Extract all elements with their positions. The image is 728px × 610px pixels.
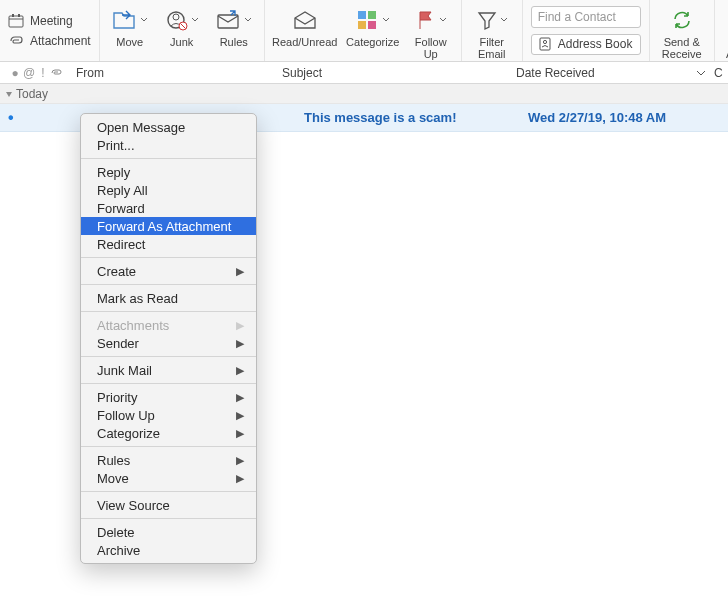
chevron-down-icon <box>140 16 148 24</box>
send-receive-button[interactable]: Send & Receive <box>654 4 710 62</box>
attachment-button[interactable]: Attachment <box>8 34 91 48</box>
group-label: Today <box>16 87 48 101</box>
meeting-button[interactable]: Meeting <box>8 14 91 28</box>
rules-label: Rules <box>220 36 248 48</box>
ctx-delete[interactable]: Delete <box>81 523 256 541</box>
toolbar-group-move: Move Junk Rules <box>100 0 265 61</box>
categorize-icon <box>356 9 380 31</box>
ctx-redirect[interactable]: Redirect <box>81 235 256 253</box>
ctx-print[interactable]: Print... <box>81 136 256 154</box>
rules-icon <box>216 9 242 31</box>
toolbar-group-filter: Filter Email <box>462 0 523 61</box>
col-attachment-icon[interactable] <box>50 67 72 79</box>
col-unread-icon[interactable]: ● <box>8 66 22 80</box>
ctx-separator <box>81 446 256 447</box>
submenu-arrow-icon: ▶ <box>236 454 244 467</box>
ctx-follow-up[interactable]: Follow Up▶ <box>81 406 256 424</box>
sync-icon <box>669 9 695 31</box>
submenu-arrow-icon: ▶ <box>236 319 244 332</box>
read-unread-label: Read/Unread <box>272 36 337 48</box>
col-importance-icon[interactable]: ! <box>36 66 50 80</box>
ctx-separator <box>81 257 256 258</box>
submenu-arrow-icon: ▶ <box>236 427 244 440</box>
ctx-sender[interactable]: Sender▶ <box>81 334 256 352</box>
ctx-view-source[interactable]: View Source <box>81 496 256 514</box>
svg-point-14 <box>543 41 546 44</box>
find-contact-placeholder: Find a Contact <box>538 10 616 24</box>
send-receive-label: Send & Receive <box>662 36 702 60</box>
junk-button[interactable]: Junk <box>156 4 208 50</box>
disclosure-triangle-icon <box>4 89 16 99</box>
unread-dot-icon: • <box>8 110 22 126</box>
address-book-label: Address Book <box>558 37 633 51</box>
folder-move-icon <box>112 9 138 31</box>
ctx-priority[interactable]: Priority▶ <box>81 388 256 406</box>
move-button[interactable]: Move <box>104 4 156 50</box>
ctx-categorize[interactable]: Categorize▶ <box>81 424 256 442</box>
chevron-down-icon <box>382 16 390 24</box>
message-date: Wed 2/27/19, 10:48 AM <box>528 110 728 125</box>
ctx-separator <box>81 356 256 357</box>
col-subject[interactable]: Subject <box>282 66 516 80</box>
move-label: Move <box>116 36 143 48</box>
ctx-mark-as-read[interactable]: Mark as Read <box>81 289 256 307</box>
paperclip-icon <box>8 34 24 48</box>
chevron-down-icon <box>439 16 447 24</box>
ctx-open-message[interactable]: Open Message <box>81 118 256 136</box>
col-from[interactable]: From <box>72 66 282 80</box>
message-subject: This message is a scam! <box>304 110 528 125</box>
filter-email-button[interactable]: Filter Email <box>466 4 518 62</box>
read-unread-button[interactable]: Read/Unread <box>269 4 341 50</box>
get-addins-button[interactable]: Get Add-ins <box>719 4 728 62</box>
follow-up-button[interactable]: Follow Up <box>405 4 457 62</box>
svg-rect-12 <box>368 21 376 29</box>
flag-icon <box>415 9 437 31</box>
chevron-down-icon <box>244 16 252 24</box>
col-mention-icon[interactable]: @ <box>22 66 36 80</box>
ctx-separator <box>81 158 256 159</box>
junk-icon <box>165 9 189 31</box>
submenu-arrow-icon: ▶ <box>236 265 244 278</box>
submenu-arrow-icon: ▶ <box>236 337 244 350</box>
col-category-abbrev[interactable]: C <box>714 66 728 80</box>
attachment-label: Attachment <box>30 34 91 48</box>
chevron-down-icon <box>696 68 706 78</box>
ctx-reply[interactable]: Reply <box>81 163 256 181</box>
ctx-create[interactable]: Create▶ <box>81 262 256 280</box>
follow-up-label: Follow Up <box>415 36 447 60</box>
ctx-archive[interactable]: Archive <box>81 541 256 559</box>
ctx-attachments: Attachments▶ <box>81 316 256 334</box>
col-sort-indicator[interactable] <box>696 68 714 78</box>
submenu-arrow-icon: ▶ <box>236 364 244 377</box>
submenu-arrow-icon: ▶ <box>236 472 244 485</box>
chevron-down-icon <box>500 16 508 24</box>
submenu-arrow-icon: ▶ <box>236 409 244 422</box>
svg-point-5 <box>173 14 179 20</box>
col-date[interactable]: Date Received <box>516 66 696 80</box>
ctx-reply-all[interactable]: Reply All <box>81 181 256 199</box>
ribbon-toolbar: Meeting Attachment Move Junk <box>0 0 728 62</box>
rules-button[interactable]: Rules <box>208 4 260 50</box>
find-contact-input[interactable]: Find a Contact <box>531 6 641 28</box>
meeting-label: Meeting <box>30 14 73 28</box>
ctx-separator <box>81 383 256 384</box>
calendar-icon <box>8 14 24 28</box>
funnel-icon <box>476 9 498 31</box>
group-row-today[interactable]: Today <box>0 84 728 104</box>
ctx-separator <box>81 518 256 519</box>
svg-rect-10 <box>368 11 376 19</box>
junk-label: Junk <box>170 36 193 48</box>
ctx-forward-as-attachment[interactable]: Forward As Attachment <box>81 217 256 235</box>
svg-rect-3 <box>18 14 20 17</box>
column-header-row: ● @ ! From Subject Date Received C <box>0 62 728 84</box>
ctx-junk-mail[interactable]: Junk Mail▶ <box>81 361 256 379</box>
toolbar-group-find: Find a Contact Address Book <box>523 0 650 61</box>
ctx-forward[interactable]: Forward <box>81 199 256 217</box>
ctx-move[interactable]: Move▶ <box>81 469 256 487</box>
svg-rect-0 <box>9 16 23 27</box>
chevron-down-icon <box>191 16 199 24</box>
ctx-rules[interactable]: Rules▶ <box>81 451 256 469</box>
address-book-button[interactable]: Address Book <box>531 34 641 56</box>
categorize-button[interactable]: Categorize <box>341 4 405 50</box>
submenu-arrow-icon: ▶ <box>236 391 244 404</box>
